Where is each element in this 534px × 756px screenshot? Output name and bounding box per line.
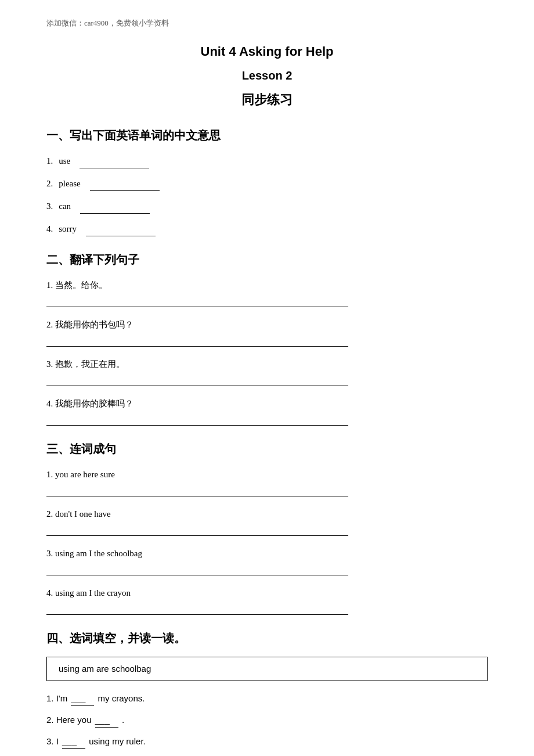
answer-line [46,565,348,575]
answer-blank [86,222,156,236]
answer-line [46,525,348,536]
list-item: 1. 当然。给你。 [46,278,488,307]
section-3: 三、连词成句 1. you are here sure2. don't I on… [46,440,488,615]
answer-line [46,336,348,347]
answer-line [46,376,348,386]
section-2: 二、翻译下列句子 1. 当然。给你。2. 我能用你的书包吗？3. 抱歉，我正在用… [46,250,488,426]
fill-blank: ___ [71,692,94,706]
section-4: 四、选词填空，并读一读。 using am are schoolbag 1. I… [46,629,488,756]
item-word: use [59,154,70,168]
list-item: 3. can [46,199,488,214]
list-item: 2. please [46,177,488,191]
item-word: please [59,177,80,190]
item-word: sorry [59,222,77,236]
top-watermark: 添加微信：car4900，免费领小学资料 [46,17,488,30]
list-item: 3. 抱歉，我正在用。 [46,357,488,386]
item-number: 1. [46,154,53,168]
answer-line [46,297,348,307]
list-item: 2. don't I one have [46,507,488,536]
list-item: 4. using am I the crayon [46,586,488,615]
section-1-title: 一、写出下面英语单词的中文意思 [46,126,488,145]
sentence-words: 4. using am I the crayon [46,586,488,600]
translate-text: 1. 当然。给你。 [46,278,488,292]
section-1: 一、写出下面英语单词的中文意思 1. use 2. please 3. can … [46,126,488,236]
answer-blank [90,177,160,191]
sentence-words: 1. you are here sure [46,467,488,481]
section-3-title: 三、连词成句 [46,440,488,458]
answer-line [46,604,348,615]
sub-title: Lesson 2 [46,66,488,85]
fill-blank: ___ [62,735,85,749]
item-number: 3. [46,199,53,213]
list-item: 1. use [46,154,488,168]
item-word: can [59,199,71,213]
sentence-words: 3. using am I the schoolbag [46,546,488,560]
list-item: 4. sorry [46,222,488,236]
translate-text: 2. 我能用你的书包吗？ [46,318,488,332]
list-item: 3. I ___ using my ruler. [46,735,488,749]
list-item: 4. 我能用你的胶棒吗？ [46,397,488,426]
word-bank: using am are schoolbag [46,657,488,681]
answer-blank [80,199,150,214]
translate-text: 4. 我能用你的胶棒吗？ [46,397,488,411]
list-item: 2. Here you ___ . [46,713,488,728]
list-item: 3. using am I the schoolbag [46,546,488,575]
answer-blank [80,154,149,168]
list-item: 1. you are here sure [46,467,488,496]
list-item: 2. 我能用你的书包吗？ [46,318,488,347]
item-number: 2. [46,177,53,190]
section-2-title: 二、翻译下列句子 [46,250,488,269]
sentence-words: 2. don't I one have [46,507,488,521]
main-title: Unit 4 Asking for Help [46,41,488,62]
fill-blank: ___ [95,713,118,728]
section-4-title: 四、选词填空，并读一读。 [46,629,488,647]
list-item: 1. I'm ___ my crayons. [46,692,488,706]
cn-title: 同步练习 [46,89,488,110]
item-number: 4. [46,222,53,236]
answer-line [46,486,348,496]
answer-line [46,415,348,426]
translate-text: 3. 抱歉，我正在用。 [46,357,488,371]
